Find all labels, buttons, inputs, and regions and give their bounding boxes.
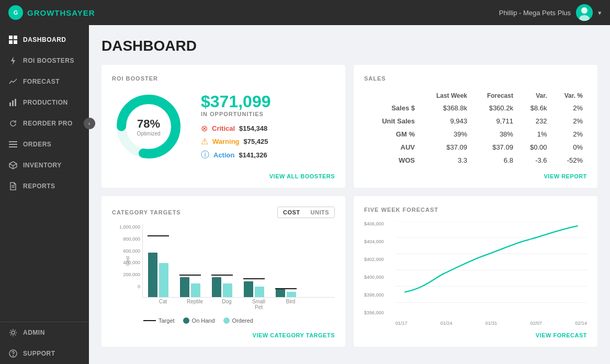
sidebar-item-orders[interactable]: ORDERS: [0, 134, 89, 155]
sidebar-item-reports[interactable]: REPORTS: [0, 176, 89, 197]
target-bar-smallpet: [243, 278, 265, 279]
onhand-bar-dog: [212, 277, 221, 297]
forecast-y-2: $402,000: [364, 257, 396, 262]
critical-label: Critical: [212, 124, 235, 132]
refresh-icon: [8, 119, 18, 128]
sidebar-item-reorder-pro[interactable]: REORDER PRO ‹: [0, 113, 89, 134]
sales-header-var-pct: Var. %: [551, 90, 587, 101]
onhand-bar-smallpet: [244, 281, 253, 297]
onhand-bar-bird: [276, 289, 285, 297]
sales-cell-forecast: 9,711: [471, 115, 517, 128]
donut-label: Optimized: [137, 131, 160, 136]
sales-table: Last Week Forecast Var. Var. % Sales $ $…: [364, 90, 587, 167]
user-menu[interactable]: Phillip - Mega Pets Plus ▾: [499, 4, 602, 21]
sales-card: SALES Last Week Forecast Var. Var. % Sal…: [354, 65, 597, 188]
top-nav: G GROWTHSAYER Phillip - Mega Pets Plus ▾: [0, 0, 610, 25]
chevron-down-icon: ▾: [598, 9, 602, 17]
sales-cell-var-pct: 2%: [551, 128, 587, 141]
roi-booster-content: 78% Optimized $371,099 IN OPPORTUNITIES …: [112, 90, 335, 163]
forecast-x-labels: 01/17 01/24 01/31 02/07 02/14: [396, 321, 587, 326]
sales-cell-forecast: $37.09: [471, 141, 517, 154]
y-label-0: 1,000,000: [112, 224, 140, 230]
forecast-x-3: 02/07: [530, 321, 543, 326]
warning-value: $75,425: [244, 138, 268, 145]
svg-point-18: [12, 331, 15, 334]
gear-icon: [8, 328, 18, 337]
legend-onhand: On Hand: [183, 317, 215, 324]
forecast-y-4: $398,000: [364, 292, 396, 298]
warning-label: Warning: [212, 138, 240, 145]
target-bar-dog: [211, 275, 233, 276]
bar-group-bird-bars: [276, 235, 296, 297]
sales-cell-label: GM %: [364, 128, 419, 141]
sidebar-item-forecast[interactable]: FORECAST: [0, 71, 89, 92]
sales-cell-last-week: 3.3: [419, 154, 471, 167]
bottom-cards-row: CATEGORY TARGETS COST UNITS 1,000,000 80…: [101, 196, 597, 347]
action-value: $141,326: [239, 151, 267, 159]
warning-icon: ⚠: [201, 136, 208, 146]
forecast-x-4: 02/14: [575, 321, 587, 326]
grid-icon: [8, 35, 18, 44]
file-icon: [8, 181, 18, 191]
svg-rect-3: [9, 36, 13, 39]
y-label-4: 200,000: [112, 272, 140, 277]
forecast-x-1: 01/24: [440, 321, 453, 326]
cost-toggle-button[interactable]: COST: [277, 207, 306, 218]
svg-point-1: [581, 7, 588, 14]
sidebar-item-label: REORDER PRO: [23, 120, 73, 127]
sales-row: AUV $37.09 $37.09 $0.00 0%: [364, 141, 587, 154]
sales-cell-label: Unit Sales: [364, 115, 419, 128]
legend-target: Target: [143, 317, 175, 324]
sales-card-title: SALES: [364, 75, 587, 82]
sidebar-item-label: SUPPORT: [23, 350, 55, 357]
sidebar-item-label: ROI BOOSTERS: [23, 57, 74, 64]
sidebar-item-dashboard[interactable]: DASHBOARD: [0, 29, 89, 50]
critical-icon: ⊗: [201, 123, 208, 133]
roi-subtitle: IN OPPORTUNITIES: [201, 111, 270, 117]
forecast-line-chart: [396, 221, 587, 303]
donut-text: 78% Optimized: [137, 117, 160, 136]
view-report-link[interactable]: VIEW REPORT: [544, 173, 587, 179]
svg-rect-5: [9, 40, 13, 44]
lightning-icon: [8, 56, 18, 65]
sidebar-item-production[interactable]: PRODUCTION: [0, 92, 89, 113]
donut-chart: 78% Optimized: [112, 90, 185, 163]
chart-legend: Target On Hand Ordered: [112, 317, 335, 324]
bar-chart-area: Cost: [142, 224, 335, 298]
units-toggle-button[interactable]: UNITS: [306, 207, 335, 218]
sales-cell-last-week: $37.09: [419, 141, 471, 154]
roi-alerts: ⊗ Critical $154,348 ⚠ Warning $75,425 ⓘ …: [201, 123, 270, 161]
sales-cell-var-pct: 2%: [551, 101, 587, 115]
y-label-2: 600,000: [112, 248, 140, 254]
roi-booster-card-title: ROI BOOSTER: [112, 75, 335, 82]
sidebar-item-inventory[interactable]: INVENTORY: [0, 155, 89, 176]
view-all-boosters-link[interactable]: VIEW ALL BOOSTERS: [269, 173, 335, 179]
action-label: Action: [213, 151, 234, 159]
sales-row: Sales $ $368.8k $360.2k $8.6k 2%: [364, 101, 587, 115]
bar-group-smallpet-bars: [244, 235, 264, 297]
sales-cell-label: Sales $: [364, 101, 419, 115]
view-category-targets-link[interactable]: VIEW CATEGORY TARGETS: [253, 332, 335, 338]
sidebar-item-support[interactable]: SUPPORT: [0, 343, 89, 364]
collapse-button[interactable]: ‹: [84, 118, 95, 129]
sidebar-item-admin[interactable]: ADMIN: [0, 322, 89, 343]
sales-cell-last-week: 9,943: [419, 115, 471, 128]
sidebar-item-roi-boosters[interactable]: ROI BOOSTERS: [0, 50, 89, 71]
view-forecast-link[interactable]: VIEW FORECAST: [536, 332, 587, 338]
action-icon: ⓘ: [201, 150, 209, 161]
x-label-smallpet: Small Pet: [248, 299, 269, 310]
forecast-y-labels: $406,000 $404,000 $402,000 $400,000 $398…: [364, 221, 396, 315]
sidebar-bottom: ADMIN SUPPORT: [0, 322, 89, 364]
critical-alert: ⊗ Critical $154,348: [201, 123, 270, 133]
sidebar: DASHBOARD ROI BOOSTERS FORECAST PRODUCTI…: [0, 25, 89, 364]
svg-rect-11: [9, 141, 17, 142]
x-label-reptile: Reptile: [185, 299, 205, 310]
forecast-x-0: 01/17: [396, 321, 408, 326]
sales-cell-forecast: $360.2k: [471, 101, 517, 115]
sales-cell-last-week: 39%: [419, 128, 471, 141]
top-cards-row: ROI BOOSTER 78% Optimized: [101, 65, 597, 188]
sales-cell-var: 1%: [517, 128, 551, 141]
legend-ordered: Ordered: [223, 317, 253, 324]
cat-header: CATEGORY TARGETS COST UNITS: [112, 207, 335, 218]
onhand-bar-cat: [148, 253, 157, 297]
